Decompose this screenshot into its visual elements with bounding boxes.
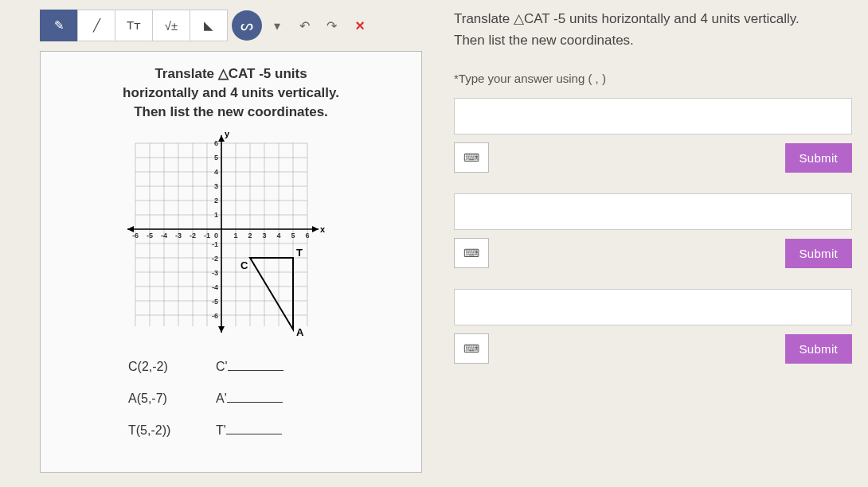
question-line2: horizontally and 4 units vertically. (49, 84, 413, 103)
svg-text:-4: -4 (212, 283, 218, 291)
svg-text:4: 4 (276, 232, 280, 240)
svg-text:-3: -3 (212, 269, 218, 277)
answer-controls-2: ⌨ Submit (454, 238, 852, 268)
text-tool[interactable]: Tᴛ (115, 10, 153, 41)
lasso-tool[interactable]: ᔕ (232, 10, 262, 41)
svg-marker-30 (218, 135, 225, 142)
svg-text:T: T (296, 247, 303, 259)
lasso-icon: ᔕ (240, 17, 253, 34)
svg-marker-31 (218, 326, 225, 333)
answer-input-1[interactable] (454, 98, 852, 134)
coord-c-prime-label: C' (216, 360, 228, 373)
svg-text:-3: -3 (175, 232, 182, 240)
question-title: Translate △CAT -5 units horizontally and… (49, 64, 413, 121)
svg-text:A: A (296, 326, 304, 338)
svg-text:3: 3 (214, 182, 218, 190)
coord-t-original: T(5,-2)) (128, 423, 192, 438)
answer-input-2[interactable] (454, 193, 852, 230)
svg-text:3: 3 (262, 232, 266, 240)
coord-row-c: C(2,-2) C' (128, 356, 413, 374)
instruction-text: Translate △CAT -5 units horizontally and… (454, 8, 852, 51)
svg-text:1: 1 (214, 211, 218, 219)
redo-icon: ↷ (326, 18, 337, 33)
coord-a-prime-blank[interactable] (227, 388, 283, 403)
svg-text:-5: -5 (147, 232, 153, 240)
question-line1: Translate △CAT -5 units (49, 64, 413, 84)
redo-button[interactable]: ↷ (319, 10, 343, 41)
svg-text:5: 5 (291, 232, 295, 240)
coord-c-prime-blank[interactable] (228, 356, 283, 371)
eraser-icon: ◣ (204, 18, 213, 33)
svg-text:-2: -2 (212, 255, 218, 263)
svg-marker-59 (250, 258, 293, 329)
math-tool[interactable]: √± (152, 10, 190, 41)
keyboard-icon: ⌨ (463, 151, 479, 164)
instruction-line2: Then list the new coordinates. (454, 29, 852, 51)
svg-text:-5: -5 (212, 298, 218, 306)
svg-text:2: 2 (214, 197, 218, 205)
chevron-down-icon: ▾ (274, 18, 280, 33)
sqrt-icon: √± (165, 19, 178, 33)
coord-a-original: A(5,-7) (128, 392, 192, 406)
svg-text:x: x (320, 224, 326, 234)
pencil-fill-icon: ✎ (54, 18, 65, 33)
keyboard-button-2[interactable]: ⌨ (454, 238, 489, 268)
svg-text:6: 6 (214, 139, 218, 147)
pen-line-tool[interactable]: ╱ (77, 10, 115, 41)
coord-a-prime-label: A' (216, 392, 227, 405)
coord-c-original: C(2,-2) (128, 360, 192, 374)
keyboard-icon: ⌨ (463, 342, 479, 355)
drawing-toolbar: ✎ ╱ Tᴛ √± ◣ ᔕ ▾ ↶ ↷ (40, 8, 438, 43)
svg-text:6: 6 (305, 232, 309, 240)
svg-text:C: C (240, 259, 248, 271)
svg-text:0: 0 (214, 232, 218, 240)
submit-button-2[interactable]: Submit (785, 239, 853, 268)
submit-button-3[interactable]: Submit (785, 334, 853, 364)
svg-text:2: 2 (248, 232, 252, 240)
svg-text:4: 4 (214, 168, 218, 176)
close-icon: × (355, 17, 365, 35)
svg-text:-6: -6 (212, 312, 218, 320)
keyboard-button-1[interactable]: ⌨ (454, 142, 489, 173)
close-button[interactable]: × (348, 10, 372, 41)
keyboard-button-3[interactable]: ⌨ (454, 333, 489, 364)
svg-text:1: 1 (233, 232, 237, 240)
text-icon: Tᴛ (127, 18, 141, 33)
left-panel: ✎ ╱ Tᴛ √± ◣ ᔕ ▾ ↶ ↷ (0, 0, 446, 487)
input-hint: *Type your answer using ( , ) (454, 72, 852, 85)
submit-button-1[interactable]: Submit (785, 143, 853, 173)
coordinate-graph: -6 -5 -4 -3 -2 -1 1 2 3 4 5 6 0 1 (111, 127, 350, 342)
undo-button[interactable]: ↶ (292, 10, 316, 41)
eraser-tool[interactable]: ◣ (190, 10, 228, 41)
undo-icon: ↶ (299, 18, 310, 33)
coord-row-t: T(5,-2)) T' (128, 420, 413, 438)
answer-controls-1: ⌨ Submit (454, 142, 852, 173)
instruction-line1: Translate △CAT -5 units horizontally and… (454, 8, 852, 29)
coord-t-prime-label: T' (216, 423, 226, 437)
coordinates-list: C(2,-2) C' A(5,-7) A' T(5,-2)) T' (128, 356, 413, 438)
svg-text:y: y (225, 129, 230, 138)
right-panel: Translate △CAT -5 units horizontally and… (446, 0, 868, 487)
keyboard-icon: ⌨ (463, 247, 479, 259)
question-line3: Then list the new coordinates. (49, 103, 413, 122)
coord-row-a: A(5,-7) A' (128, 388, 413, 406)
line-icon: ╱ (93, 18, 100, 33)
answer-input-3[interactable] (454, 289, 852, 325)
graph-svg: -6 -5 -4 -3 -2 -1 1 2 3 4 5 6 0 1 (111, 127, 350, 342)
coord-t-prime-blank[interactable] (226, 420, 282, 434)
pen-fill-tool[interactable]: ✎ (40, 10, 78, 41)
svg-marker-28 (312, 226, 319, 232)
svg-text:5: 5 (214, 154, 218, 162)
answer-controls-3: ⌨ Submit (454, 333, 852, 364)
svg-text:-2: -2 (190, 232, 196, 240)
svg-text:-6: -6 (132, 232, 139, 240)
svg-text:-4: -4 (161, 232, 167, 240)
toolbar-dropdown[interactable]: ▾ (265, 10, 289, 41)
svg-text:-1: -1 (204, 232, 210, 240)
svg-text:-1: -1 (212, 240, 218, 248)
question-card: Translate △CAT -5 units horizontally and… (40, 51, 422, 473)
